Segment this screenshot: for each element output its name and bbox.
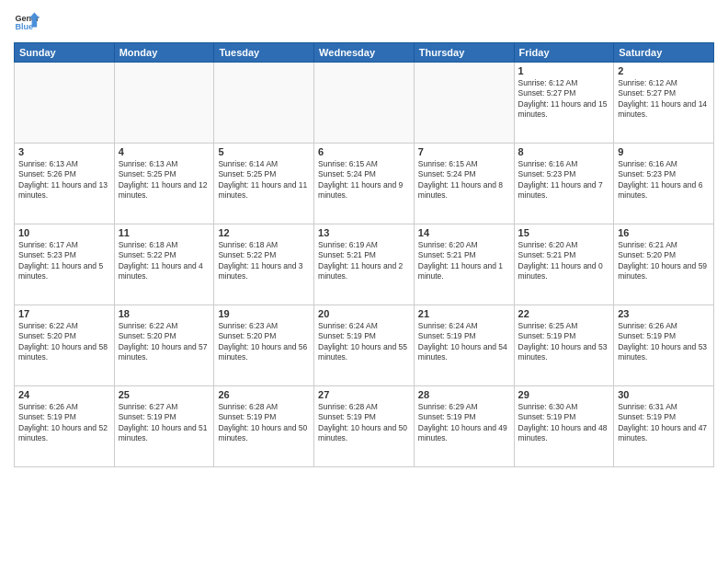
day-info: Sunrise: 6:25 AM Sunset: 5:19 PM Dayligh… (518, 321, 610, 363)
day-info: Sunrise: 6:24 AM Sunset: 5:19 PM Dayligh… (318, 321, 410, 363)
calendar-cell (114, 63, 214, 144)
day-number: 23 (618, 308, 710, 319)
calendar-cell: 30Sunrise: 6:31 AM Sunset: 5:19 PM Dayli… (614, 386, 714, 467)
day-info: Sunrise: 6:28 AM Sunset: 5:19 PM Dayligh… (318, 402, 410, 444)
calendar-cell: 28Sunrise: 6:29 AM Sunset: 5:19 PM Dayli… (414, 386, 514, 467)
day-info: Sunrise: 6:26 AM Sunset: 5:19 PM Dayligh… (618, 321, 710, 363)
day-info: Sunrise: 6:22 AM Sunset: 5:20 PM Dayligh… (18, 321, 110, 363)
calendar-cell: 13Sunrise: 6:19 AM Sunset: 5:21 PM Dayli… (314, 224, 415, 305)
day-number: 12 (218, 227, 310, 238)
day-number: 4 (119, 146, 210, 157)
weekday-header-sunday: Sunday (15, 43, 115, 63)
calendar-cell: 29Sunrise: 6:30 AM Sunset: 5:19 PM Dayli… (514, 386, 614, 467)
day-number: 21 (418, 308, 510, 319)
calendar-week-2: 3Sunrise: 6:13 AM Sunset: 5:26 PM Daylig… (15, 144, 714, 224)
day-number: 25 (119, 389, 210, 400)
day-info: Sunrise: 6:17 AM Sunset: 5:23 PM Dayligh… (18, 240, 110, 282)
calendar-cell (414, 63, 514, 144)
calendar-cell: 22Sunrise: 6:25 AM Sunset: 5:19 PM Dayli… (514, 305, 614, 386)
day-number: 1 (518, 65, 610, 76)
calendar-cell: 24Sunrise: 6:26 AM Sunset: 5:19 PM Dayli… (15, 386, 115, 467)
day-info: Sunrise: 6:14 AM Sunset: 5:25 PM Dayligh… (218, 159, 310, 201)
weekday-header-row: SundayMondayTuesdayWednesdayThursdayFrid… (15, 43, 714, 63)
calendar-cell: 25Sunrise: 6:27 AM Sunset: 5:19 PM Dayli… (114, 386, 214, 467)
day-number: 27 (318, 389, 410, 400)
day-info: Sunrise: 6:21 AM Sunset: 5:20 PM Dayligh… (618, 240, 710, 282)
day-number: 7 (418, 146, 510, 157)
calendar-cell: 8Sunrise: 6:16 AM Sunset: 5:23 PM Daylig… (514, 144, 614, 224)
day-number: 20 (318, 308, 410, 319)
calendar-cell: 19Sunrise: 6:23 AM Sunset: 5:20 PM Dayli… (214, 305, 314, 386)
day-info: Sunrise: 6:20 AM Sunset: 5:21 PM Dayligh… (518, 240, 610, 282)
day-info: Sunrise: 6:24 AM Sunset: 5:19 PM Dayligh… (418, 321, 510, 363)
calendar-cell: 20Sunrise: 6:24 AM Sunset: 5:19 PM Dayli… (314, 305, 415, 386)
day-number: 17 (18, 308, 110, 319)
day-info: Sunrise: 6:12 AM Sunset: 5:27 PM Dayligh… (518, 78, 610, 121)
calendar-cell: 17Sunrise: 6:22 AM Sunset: 5:20 PM Dayli… (15, 305, 115, 386)
calendar-cell: 15Sunrise: 6:20 AM Sunset: 5:21 PM Dayli… (514, 224, 614, 305)
day-number: 15 (518, 227, 610, 238)
calendar-week-3: 10Sunrise: 6:17 AM Sunset: 5:23 PM Dayli… (15, 224, 714, 305)
calendar-table: SundayMondayTuesdayWednesdayThursdayFrid… (14, 42, 714, 467)
day-number: 11 (119, 227, 210, 238)
day-number: 10 (18, 227, 110, 238)
calendar-week-4: 17Sunrise: 6:22 AM Sunset: 5:20 PM Dayli… (15, 305, 714, 386)
weekday-header-wednesday: Wednesday (314, 43, 415, 63)
day-number: 28 (418, 389, 510, 400)
calendar-week-1: 1Sunrise: 6:12 AM Sunset: 5:27 PM Daylig… (15, 63, 714, 144)
calendar-cell: 1Sunrise: 6:12 AM Sunset: 5:27 PM Daylig… (514, 63, 614, 144)
calendar-cell: 12Sunrise: 6:18 AM Sunset: 5:22 PM Dayli… (214, 224, 314, 305)
day-number: 22 (518, 308, 610, 319)
calendar-cell (214, 63, 314, 144)
calendar-cell: 16Sunrise: 6:21 AM Sunset: 5:20 PM Dayli… (614, 224, 714, 305)
calendar-cell: 11Sunrise: 6:18 AM Sunset: 5:22 PM Dayli… (114, 224, 214, 305)
calendar-cell (314, 63, 415, 144)
day-number: 26 (218, 389, 310, 400)
day-number: 19 (218, 308, 310, 319)
calendar-cell: 4Sunrise: 6:13 AM Sunset: 5:25 PM Daylig… (114, 144, 214, 224)
day-info: Sunrise: 6:26 AM Sunset: 5:19 PM Dayligh… (18, 402, 110, 444)
calendar-cell: 9Sunrise: 6:16 AM Sunset: 5:23 PM Daylig… (614, 144, 714, 224)
day-number: 18 (119, 308, 210, 319)
weekday-header-tuesday: Tuesday (214, 43, 314, 63)
day-info: Sunrise: 6:18 AM Sunset: 5:22 PM Dayligh… (119, 240, 210, 282)
weekday-header-thursday: Thursday (414, 43, 514, 63)
day-info: Sunrise: 6:16 AM Sunset: 5:23 PM Dayligh… (518, 159, 610, 201)
header: General Blue (14, 9, 714, 35)
calendar-cell (15, 63, 115, 144)
day-info: Sunrise: 6:15 AM Sunset: 5:24 PM Dayligh… (318, 159, 410, 201)
calendar-cell: 7Sunrise: 6:15 AM Sunset: 5:24 PM Daylig… (414, 144, 514, 224)
day-number: 30 (618, 389, 710, 400)
day-number: 16 (618, 227, 710, 238)
calendar-cell: 14Sunrise: 6:20 AM Sunset: 5:21 PM Dayli… (414, 224, 514, 305)
day-info: Sunrise: 6:18 AM Sunset: 5:22 PM Dayligh… (218, 240, 310, 282)
day-info: Sunrise: 6:13 AM Sunset: 5:26 PM Dayligh… (18, 159, 110, 201)
calendar-cell: 5Sunrise: 6:14 AM Sunset: 5:25 PM Daylig… (214, 144, 314, 224)
day-number: 13 (318, 227, 410, 238)
day-info: Sunrise: 6:29 AM Sunset: 5:19 PM Dayligh… (418, 402, 510, 444)
day-info: Sunrise: 6:19 AM Sunset: 5:21 PM Dayligh… (318, 240, 410, 282)
day-info: Sunrise: 6:16 AM Sunset: 5:23 PM Dayligh… (618, 159, 710, 201)
weekday-header-saturday: Saturday (614, 43, 714, 63)
day-number: 9 (618, 146, 710, 157)
calendar-cell: 27Sunrise: 6:28 AM Sunset: 5:19 PM Dayli… (314, 386, 415, 467)
calendar-week-5: 24Sunrise: 6:26 AM Sunset: 5:19 PM Dayli… (15, 386, 714, 467)
day-info: Sunrise: 6:31 AM Sunset: 5:19 PM Dayligh… (618, 402, 710, 444)
day-info: Sunrise: 6:22 AM Sunset: 5:20 PM Dayligh… (119, 321, 210, 363)
weekday-header-monday: Monday (114, 43, 214, 63)
calendar-cell: 21Sunrise: 6:24 AM Sunset: 5:19 PM Dayli… (414, 305, 514, 386)
page: General Blue SundayMondayTuesdayWednesda… (0, 0, 728, 563)
day-number: 14 (418, 227, 510, 238)
day-info: Sunrise: 6:27 AM Sunset: 5:19 PM Dayligh… (119, 402, 210, 444)
svg-text:Blue: Blue (15, 22, 33, 31)
day-info: Sunrise: 6:20 AM Sunset: 5:21 PM Dayligh… (418, 240, 510, 282)
day-info: Sunrise: 6:30 AM Sunset: 5:19 PM Dayligh… (518, 402, 610, 444)
calendar-cell: 2Sunrise: 6:12 AM Sunset: 5:27 PM Daylig… (614, 63, 714, 144)
day-number: 3 (18, 146, 110, 157)
day-number: 5 (218, 146, 310, 157)
calendar-cell: 6Sunrise: 6:15 AM Sunset: 5:24 PM Daylig… (314, 144, 415, 224)
day-number: 8 (518, 146, 610, 157)
calendar-cell: 10Sunrise: 6:17 AM Sunset: 5:23 PM Dayli… (15, 224, 115, 305)
day-info: Sunrise: 6:23 AM Sunset: 5:20 PM Dayligh… (218, 321, 310, 363)
day-number: 6 (318, 146, 410, 157)
